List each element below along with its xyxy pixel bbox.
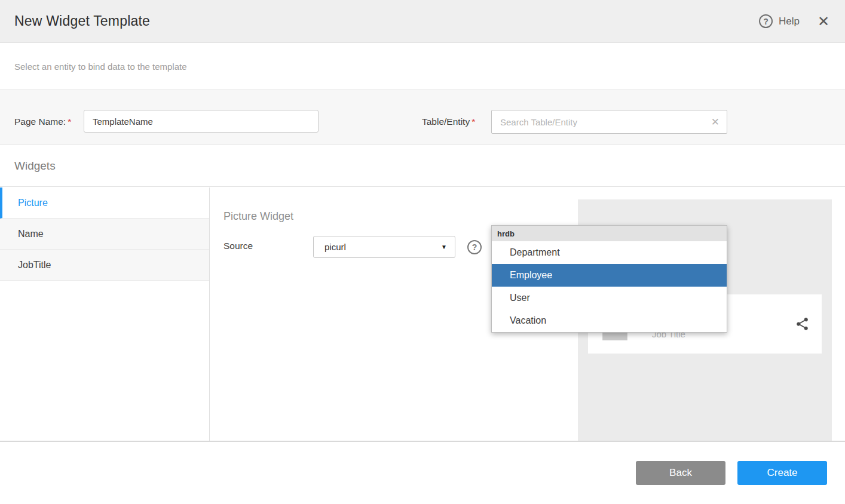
- help-link[interactable]: Help: [779, 16, 800, 27]
- page-name-label: Page Name:*: [14, 116, 71, 127]
- dropdown-item-user[interactable]: User: [492, 287, 727, 309]
- entity-dropdown: hrdb Department Employee User Vacation: [491, 225, 727, 333]
- tab-picture[interactable]: Picture: [0, 188, 209, 219]
- help-icon[interactable]: ?: [759, 14, 773, 28]
- source-select-value: picurl: [324, 242, 346, 252]
- page-title: New Widget Template: [14, 13, 150, 29]
- table-entity-search: ✕: [491, 110, 727, 134]
- back-button[interactable]: Back: [636, 461, 725, 485]
- table-entity-label: Table/Entity*: [422, 116, 475, 127]
- page-name-input[interactable]: [84, 110, 319, 133]
- form-row: Page Name:* Table/Entity* ✕ hrdb Departm…: [0, 90, 845, 145]
- dropdown-item-department[interactable]: Department: [492, 241, 727, 264]
- panel-heading: Picture Widget: [224, 210, 293, 223]
- subtitle-row: Select an entity to bind data to the tem…: [0, 44, 845, 90]
- tab-jobtitle[interactable]: JobTitle: [0, 250, 209, 281]
- clear-icon[interactable]: ✕: [711, 117, 720, 127]
- header-actions: ? Help ✕: [759, 14, 829, 29]
- chevron-down-icon: ▼: [441, 244, 447, 250]
- tab-name[interactable]: Name: [0, 219, 209, 250]
- dropdown-item-vacation[interactable]: Vacation: [492, 309, 727, 332]
- dialog-header: New Widget Template ? Help ✕: [0, 0, 845, 43]
- close-icon[interactable]: ✕: [818, 14, 829, 29]
- widgets-heading-row: Widgets: [0, 145, 845, 187]
- source-help-icon[interactable]: ?: [467, 240, 482, 254]
- widgets-heading: Widgets: [14, 159, 56, 173]
- subtitle-text: Select an entity to bind data to the tem…: [14, 62, 187, 72]
- share-icon[interactable]: [795, 316, 810, 331]
- dropdown-item-employee[interactable]: Employee: [492, 264, 727, 287]
- create-button[interactable]: Create: [737, 461, 827, 485]
- new-widget-template-dialog: New Widget Template ? Help ✕ Select an e…: [0, 0, 845, 504]
- table-entity-search-input[interactable]: [492, 110, 727, 133]
- widget-tabs-panel: Picture Name JobTitle: [0, 188, 210, 441]
- source-select[interactable]: picurl ▼: [313, 236, 455, 258]
- required-marker: *: [472, 116, 475, 127]
- dropdown-group-hrdb: hrdb: [492, 226, 727, 241]
- required-marker: *: [68, 116, 71, 127]
- source-label: Source: [224, 241, 253, 251]
